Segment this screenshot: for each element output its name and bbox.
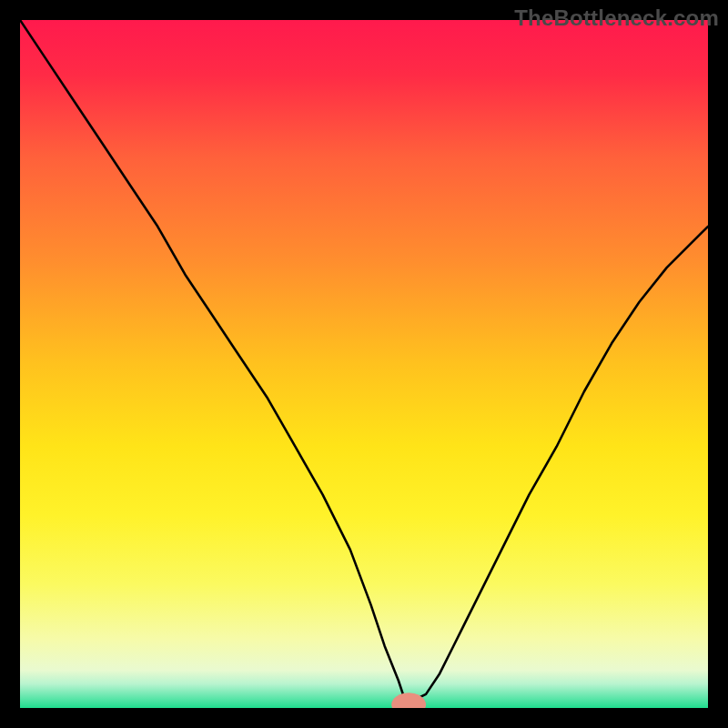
plot-area	[20, 20, 708, 708]
chart-frame: TheBottleneck.com	[0, 0, 728, 728]
gradient-background	[20, 20, 708, 708]
watermark-text: TheBottleneck.com	[514, 5, 719, 31]
chart-svg	[20, 20, 708, 708]
